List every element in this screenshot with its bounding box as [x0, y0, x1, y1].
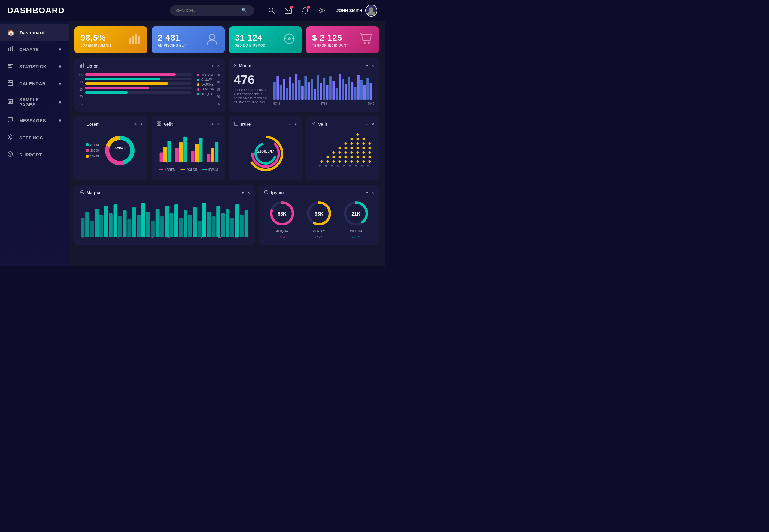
lorem-close[interactable]: ×: [140, 122, 143, 127]
svg-rect-49: [317, 75, 319, 100]
velit-dot-add[interactable]: +: [365, 122, 368, 127]
velit-bar-close[interactable]: ×: [217, 122, 220, 127]
minim-actions[interactable]: + ×: [365, 63, 374, 68]
velit-dot-actions[interactable]: + ×: [365, 122, 374, 127]
svg-text:06: 06: [349, 165, 351, 168]
stat-card-1: 98,5% LOREM IPSUM SIT: [74, 26, 147, 53]
velit-bar-actions[interactable]: + ×: [211, 122, 220, 127]
ipsum-actions[interactable]: + ×: [365, 190, 374, 195]
sidebar-item-statistick[interactable]: STATISTICK ∨: [0, 58, 69, 75]
irure-add[interactable]: +: [288, 122, 291, 127]
svg-rect-156: [127, 219, 131, 237]
circle-label-veniam: VENIAM: [313, 229, 325, 233]
svg-text:09: 09: [218, 236, 221, 239]
sidebar-label-support: SUPPORT: [19, 152, 42, 157]
svg-rect-59: [348, 77, 350, 100]
sidebar-item-charts[interactable]: CHARTS ∨: [0, 41, 69, 58]
magna-actions[interactable]: + ×: [241, 190, 250, 195]
dolor-add[interactable]: +: [211, 63, 214, 69]
search-bar[interactable]: 🔍: [170, 5, 254, 16]
svg-rect-50: [320, 83, 322, 100]
minim-close[interactable]: ×: [371, 63, 374, 68]
dolor-close[interactable]: ×: [217, 63, 220, 69]
svg-text:+24500: +24500: [114, 146, 126, 150]
panel-velit-dot: Velit + ×: [306, 116, 379, 180]
svg-rect-146: [81, 218, 85, 237]
lorem-actions[interactable]: + ×: [134, 122, 143, 127]
svg-point-130: [338, 160, 341, 163]
svg-rect-171: [198, 221, 201, 237]
lorem-chart: $11300 $9500 $3700 +24: [79, 131, 143, 169]
svg-point-131: [344, 160, 347, 163]
sidebar-item-dashboard[interactable]: 🏠 Dashboard: [0, 24, 69, 41]
sidebar-item-settings[interactable]: SETTINGS: [0, 129, 69, 146]
magna-title: Magna: [86, 190, 239, 195]
search-btn[interactable]: [266, 5, 277, 16]
svg-point-100: [362, 138, 365, 140]
mail-btn[interactable]: [283, 5, 294, 16]
sidebar-item-support[interactable]: ? SUPPORT: [0, 146, 69, 163]
dashboard-icon: 🏠: [7, 29, 15, 36]
svg-rect-32: [80, 65, 80, 68]
svg-text:2022: 2022: [209, 161, 215, 164]
svg-rect-152: [109, 213, 113, 237]
svg-point-3: [304, 13, 306, 14]
svg-rect-40: [289, 77, 291, 100]
svg-rect-45: [304, 76, 307, 100]
chevron-statistick: ∨: [59, 64, 62, 69]
minim-add[interactable]: +: [365, 63, 368, 68]
panel-dolor: Dolor + × 2520151005: [74, 58, 225, 112]
circle-cillum: 21K CILLUM +23,2: [342, 200, 369, 239]
sidebar-item-sample-pages[interactable]: SAMPLE PAGES ∨: [0, 92, 69, 112]
magna-add[interactable]: +: [241, 190, 244, 195]
svg-point-99: [356, 138, 359, 140]
sidebar-item-messages[interactable]: MESSAGES ∨: [0, 112, 69, 129]
velit-bar-add[interactable]: +: [211, 122, 214, 127]
minim-desc: LOREM IPSUM DOLOR SIT AMET CONSECTETUR A…: [234, 88, 270, 104]
minim-chart: 574837587042: [273, 73, 374, 105]
svg-text:07: 07: [184, 236, 187, 239]
svg-point-97: [356, 133, 359, 136]
ipsum-close[interactable]: ×: [371, 190, 374, 195]
panel-magna: Magna + ×: [74, 185, 255, 245]
minim-header: $ Minim + ×: [234, 63, 374, 68]
svg-rect-55: [335, 88, 338, 100]
svg-rect-34: [83, 63, 84, 68]
velit-dot-header: Velit + ×: [311, 121, 374, 127]
settings-btn[interactable]: [316, 5, 327, 16]
minim-title: Minim: [239, 63, 363, 68]
magna-close[interactable]: ×: [247, 190, 250, 195]
dolor-actions[interactable]: + ×: [211, 63, 220, 69]
dolor-header: Dolor + ×: [79, 63, 220, 69]
row-dolor-minim: Dolor + × 2520151005: [74, 58, 379, 112]
irure-actions[interactable]: + ×: [288, 122, 297, 127]
lorem-add[interactable]: +: [134, 122, 137, 127]
circle-change-veniam: +12,5: [315, 235, 323, 239]
velit-dot-close[interactable]: ×: [371, 122, 374, 127]
sidebar-label-sample-pages: SAMPLE PAGES: [19, 97, 54, 107]
svg-rect-78: [175, 148, 179, 162]
svg-text:33K: 33K: [314, 211, 323, 216]
svg-point-118: [368, 151, 371, 154]
svg-point-6: [369, 7, 373, 11]
chevron-sample-pages: ∨: [59, 100, 62, 104]
panel-velit-bar: Velit + ×: [152, 116, 225, 180]
svg-point-133: [356, 160, 359, 163]
svg-rect-165: [169, 213, 173, 237]
row-charts: Lorem + × $11300 $9500 $3700: [74, 116, 379, 180]
panel-lorem: Lorem + × $11300 $9500 $3700: [74, 116, 147, 180]
search-input[interactable]: [175, 8, 241, 13]
svg-point-104: [362, 142, 365, 145]
svg-rect-47: [310, 79, 313, 100]
velit-bar-title: Velit: [164, 122, 209, 127]
svg-rect-64: [363, 85, 366, 100]
sidebar-item-calendar[interactable]: CALENDAR ∨: [0, 75, 69, 92]
bell-btn[interactable]: [300, 5, 310, 16]
stat-value-1: 98,5%: [80, 33, 112, 43]
panel-ipsum: Ipsum + × 68K ALIQUA: [259, 185, 379, 245]
svg-point-117: [362, 151, 365, 154]
svg-rect-58: [345, 84, 347, 100]
irure-close[interactable]: ×: [294, 122, 297, 127]
ipsum-add[interactable]: +: [365, 190, 368, 195]
svg-point-128: [326, 160, 329, 163]
